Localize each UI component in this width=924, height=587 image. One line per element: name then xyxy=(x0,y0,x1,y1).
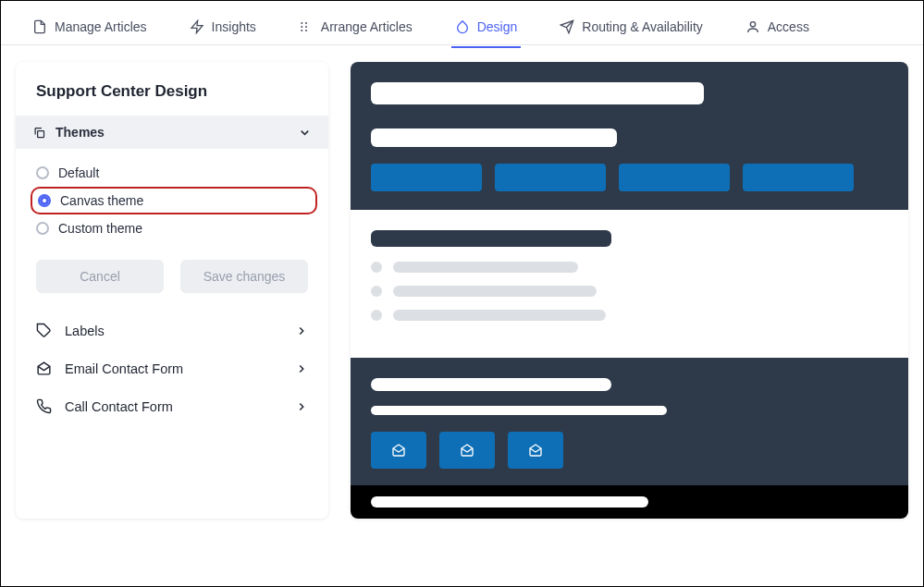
chevron-right-icon xyxy=(295,400,308,413)
preview-button-placeholder xyxy=(495,164,606,191)
radio-label: Custom theme xyxy=(58,221,142,236)
tab-design[interactable]: Design xyxy=(451,8,522,47)
nav-label: Labels xyxy=(65,324,105,338)
tab-arrange-articles[interactable]: Arrange Articles xyxy=(295,8,416,47)
bolt-icon xyxy=(190,19,204,34)
design-sidebar: Support Center Design Themes Default Can… xyxy=(16,62,328,519)
preview-text-placeholder xyxy=(393,286,597,297)
preview-placeholder-bar xyxy=(371,378,611,391)
radio-circle-icon xyxy=(38,194,51,207)
nav-labels[interactable]: Labels xyxy=(36,313,308,348)
preview-body xyxy=(351,210,908,358)
section-label: Themes xyxy=(55,125,105,140)
phone-icon xyxy=(36,398,52,414)
nav-call-contact-form[interactable]: Call Contact Form xyxy=(36,389,308,423)
theme-canvas-radio[interactable]: Canvas theme xyxy=(38,193,306,208)
radio-circle-icon xyxy=(36,166,49,179)
theme-preview xyxy=(351,62,908,519)
tab-manage-articles[interactable]: Manage Articles xyxy=(29,8,151,47)
preview-list-item xyxy=(371,286,888,297)
radio-circle-icon xyxy=(36,222,49,235)
drop-icon xyxy=(455,19,470,34)
mail-icon xyxy=(391,443,406,458)
svg-point-2 xyxy=(305,22,307,24)
radio-label: Default xyxy=(58,165,99,180)
sidebar-title: Support Center Design xyxy=(16,62,328,116)
svg-rect-10 xyxy=(38,130,44,137)
send-icon xyxy=(560,19,574,34)
preview-text-placeholder xyxy=(393,262,578,273)
preview-heading-placeholder xyxy=(371,230,611,247)
preview-contact-button xyxy=(439,432,495,469)
mail-icon xyxy=(528,443,543,458)
tab-label: Arrange Articles xyxy=(321,19,413,34)
svg-point-1 xyxy=(301,22,302,24)
chevron-down-icon xyxy=(298,126,312,140)
preview-hero xyxy=(351,62,908,210)
tab-label: Manage Articles xyxy=(55,19,147,34)
preview-contact-button xyxy=(508,432,563,469)
preview-placeholder-bar xyxy=(371,496,648,508)
mail-icon xyxy=(460,443,474,458)
preview-list-item xyxy=(371,262,888,273)
tab-insights[interactable]: Insights xyxy=(186,8,260,47)
user-icon xyxy=(745,19,760,34)
radio-label: Canvas theme xyxy=(60,193,143,208)
themes-section-header[interactable]: Themes xyxy=(16,116,328,149)
copy-icon xyxy=(32,126,46,140)
tab-label: Routing & Availability xyxy=(582,19,702,34)
bullet-icon xyxy=(371,262,382,273)
top-tabs: Manage Articles Insights Arrange Article… xyxy=(1,1,923,45)
tab-access[interactable]: Access xyxy=(742,8,813,47)
save-button[interactable]: Save changes xyxy=(180,260,308,293)
document-icon xyxy=(32,19,47,34)
preview-list-item xyxy=(371,310,888,321)
preview-placeholder-bar xyxy=(371,128,617,147)
bullet-icon xyxy=(371,286,382,297)
theme-custom-radio[interactable]: Custom theme xyxy=(36,221,308,236)
nav-label: Email Contact Form xyxy=(65,361,183,376)
mail-icon xyxy=(36,361,52,376)
bullet-icon xyxy=(371,310,382,321)
preview-button-placeholder xyxy=(371,164,482,191)
chevron-right-icon xyxy=(295,324,308,337)
svg-point-9 xyxy=(750,21,755,26)
chevron-right-icon xyxy=(295,362,308,375)
grid-icon xyxy=(299,19,314,34)
cancel-button[interactable]: Cancel xyxy=(36,260,164,293)
nav-email-contact-form[interactable]: Email Contact Form xyxy=(36,351,308,385)
theme-default-radio[interactable]: Default xyxy=(36,165,308,180)
preview-contact-button xyxy=(371,432,426,469)
preview-text-placeholder xyxy=(393,310,606,321)
preview-footer xyxy=(351,358,908,485)
theme-radio-group: Default Canvas theme Custom theme xyxy=(16,149,328,243)
tab-label: Access xyxy=(768,19,809,34)
preview-placeholder-bar xyxy=(371,82,704,104)
tab-routing[interactable]: Routing & Availability xyxy=(556,8,706,47)
preview-button-placeholder xyxy=(743,164,854,191)
preview-button-placeholder xyxy=(619,164,730,191)
tab-label: Insights xyxy=(212,19,256,34)
tag-icon xyxy=(36,323,52,338)
nav-label: Call Contact Form xyxy=(65,399,173,414)
svg-point-3 xyxy=(301,26,302,28)
preview-bottom-bar xyxy=(351,485,908,519)
preview-placeholder-bar xyxy=(371,406,667,415)
svg-point-5 xyxy=(301,30,302,31)
svg-marker-0 xyxy=(191,20,203,32)
tab-label: Design xyxy=(477,19,518,34)
svg-point-6 xyxy=(305,30,307,31)
svg-point-4 xyxy=(305,26,307,28)
